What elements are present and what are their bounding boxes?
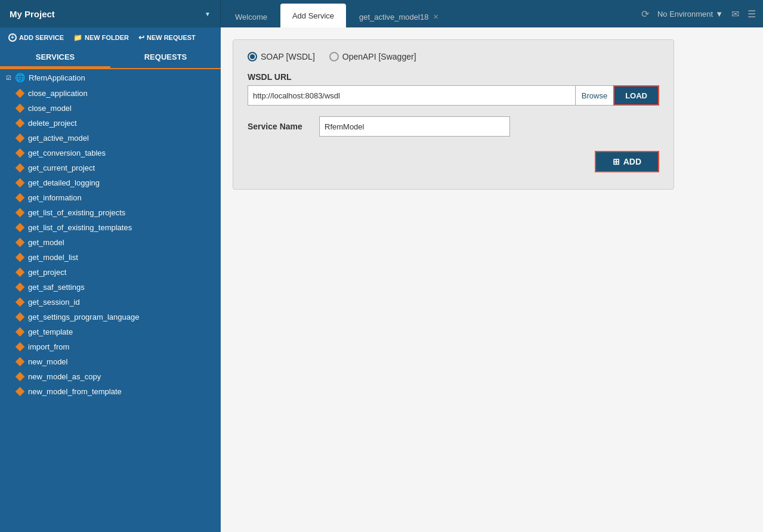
- sidebar-tab-requests[interactable]: REQUESTS: [110, 48, 221, 68]
- tab-get-active-model[interactable]: get_active_model18 ✕: [347, 6, 450, 27]
- tab-welcome[interactable]: Welcome: [223, 6, 279, 27]
- diamond-icon: [16, 223, 25, 233]
- list-item[interactable]: get_settings_program_language: [0, 310, 221, 324]
- list-item[interactable]: new_model_as_copy: [0, 369, 221, 384]
- browse-link[interactable]: Browse: [575, 85, 613, 106]
- wsdl-url-label: WSDL URL: [248, 72, 659, 82]
- list-item[interactable]: import_from: [0, 339, 221, 354]
- service-name-label: Service Name: [248, 122, 307, 131]
- diamond-icon: [16, 89, 25, 98]
- diamond-icon: [16, 327, 25, 337]
- sidebar-toolbar: + ADD SERVICE 📁 NEW FOLDER ↩ NEW REQUEST: [0, 27, 221, 48]
- soap-label: SOAP [WSDL]: [261, 52, 315, 61]
- diamond-icon: [16, 387, 25, 397]
- project-title-area[interactable]: My Project ▼: [0, 0, 221, 27]
- list-item[interactable]: new_model: [0, 354, 221, 369]
- project-dropdown-icon[interactable]: ▼: [205, 11, 211, 17]
- content-area: SOAP [WSDL] OpenAPI [Swagger] WSDL URL B…: [221, 27, 763, 532]
- add-label: ADD: [623, 157, 641, 166]
- soap-radio-dot[interactable]: [248, 52, 257, 61]
- diamond-icon: [16, 298, 25, 307]
- env-dropdown-icon: ▼: [715, 10, 723, 18]
- list-item[interactable]: delete_project: [0, 116, 221, 131]
- main-layout: + ADD SERVICE 📁 NEW FOLDER ↩ NEW REQUEST…: [0, 27, 763, 532]
- list-item[interactable]: get_detailed_logging: [0, 175, 221, 190]
- wsdl-url-input[interactable]: [253, 91, 570, 100]
- diamond-icon: [16, 313, 25, 322]
- diamond-icon: [16, 372, 25, 382]
- diamond-icon: [16, 119, 25, 128]
- diamond-icon: [16, 149, 25, 158]
- globe-icon: 🌐: [15, 73, 25, 82]
- list-item[interactable]: close_model: [0, 101, 221, 116]
- list-item[interactable]: get_project: [0, 265, 221, 280]
- diamond-icon: [16, 357, 25, 367]
- diamond-icon: [16, 283, 25, 292]
- add-service-form: SOAP [WSDL] OpenAPI [Swagger] WSDL URL B…: [233, 39, 674, 190]
- add-icon: ⊞: [613, 157, 620, 166]
- service-name-input[interactable]: [319, 116, 510, 137]
- add-button-row: ⊞ ADD: [248, 151, 659, 172]
- hamburger-menu-icon[interactable]: ☰: [747, 8, 756, 20]
- openapi-label: OpenAPI [Swagger]: [342, 52, 416, 61]
- sidebar: + ADD SERVICE 📁 NEW FOLDER ↩ NEW REQUEST…: [0, 27, 221, 532]
- sidebar-tabs: SERVICES REQUESTS: [0, 48, 221, 69]
- diamond-icon: [16, 238, 25, 248]
- list-item[interactable]: get_list_of_existing_projects: [0, 205, 221, 220]
- soap-option[interactable]: SOAP [WSDL]: [248, 52, 315, 61]
- list-item[interactable]: get_conversion_tables: [0, 146, 221, 160]
- root-label: RfemApplication: [29, 73, 85, 82]
- list-item[interactable]: new_model_from_template: [0, 384, 221, 399]
- top-right-controls: ⟳ No Environment ▼ ✉ ☰: [641, 8, 763, 20]
- diamond-icon: [16, 163, 25, 173]
- list-item[interactable]: get_template: [0, 324, 221, 339]
- list-item[interactable]: get_session_id: [0, 295, 221, 310]
- url-input-wrap: [248, 85, 575, 106]
- tabs-area: Welcome Add Service get_active_model18 ✕: [221, 0, 641, 27]
- messages-icon[interactable]: ✉: [731, 8, 739, 20]
- openapi-radio-dot[interactable]: [329, 52, 339, 61]
- list-item[interactable]: get_list_of_existing_templates: [0, 220, 221, 235]
- list-item[interactable]: get_model: [0, 235, 221, 250]
- diamond-icon: [16, 268, 25, 277]
- tree-root-item[interactable]: ☑ 🌐 RfemApplication: [0, 69, 221, 86]
- project-title-text: My Project: [10, 9, 55, 19]
- add-service-button[interactable]: + ADD SERVICE: [6, 32, 66, 43]
- tab-close-icon[interactable]: ✕: [433, 13, 438, 21]
- list-item[interactable]: get_saf_settings: [0, 280, 221, 295]
- diamond-icon: [16, 208, 25, 218]
- openapi-option[interactable]: OpenAPI [Swagger]: [329, 52, 416, 61]
- diamond-icon: [16, 178, 25, 188]
- list-item[interactable]: close_application: [0, 86, 221, 101]
- service-name-row: Service Name: [248, 116, 659, 137]
- env-label: No Environment: [657, 10, 713, 18]
- diamond-icon: [16, 342, 25, 352]
- sidebar-content: ☑ 🌐 RfemApplication close_application cl…: [0, 69, 221, 532]
- environment-selector[interactable]: No Environment ▼: [657, 10, 723, 18]
- diamond-icon: [16, 134, 25, 143]
- new-folder-button[interactable]: 📁 NEW FOLDER: [71, 32, 131, 43]
- diamond-icon: [16, 193, 25, 203]
- new-request-button[interactable]: ↩ NEW REQUEST: [136, 32, 198, 43]
- url-row: Browse LOAD: [248, 85, 659, 106]
- protocol-selector: SOAP [WSDL] OpenAPI [Swagger]: [248, 52, 659, 61]
- tab-add-service[interactable]: Add Service: [280, 4, 346, 27]
- refresh-icon[interactable]: ⟳: [641, 8, 649, 20]
- request-icon: ↩: [138, 33, 144, 42]
- list-item[interactable]: get_active_model: [0, 131, 221, 146]
- diamond-icon: [16, 104, 25, 113]
- load-button[interactable]: LOAD: [613, 85, 659, 106]
- list-item[interactable]: get_model_list: [0, 250, 221, 265]
- check-icon: ☑: [6, 75, 11, 81]
- add-button[interactable]: ⊞ ADD: [595, 151, 659, 172]
- add-service-icon: +: [8, 33, 17, 42]
- folder-icon: 📁: [73, 33, 82, 42]
- sidebar-tab-services[interactable]: SERVICES: [0, 48, 110, 68]
- top-bar: My Project ▼ Welcome Add Service get_act…: [0, 0, 763, 27]
- list-item[interactable]: get_information: [0, 190, 221, 205]
- diamond-icon: [16, 253, 25, 262]
- list-item[interactable]: get_current_project: [0, 160, 221, 175]
